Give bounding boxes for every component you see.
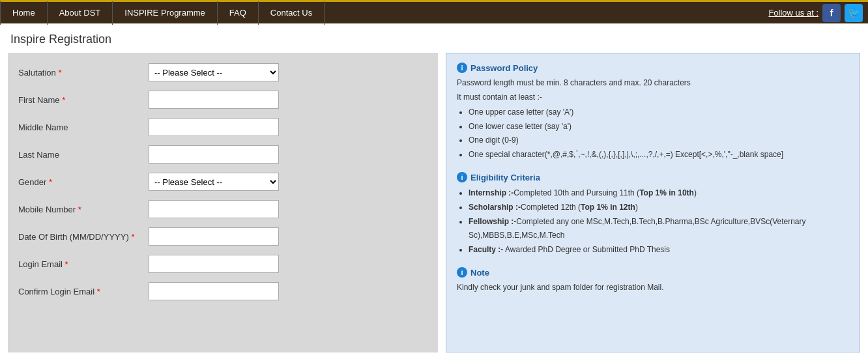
facebook-button[interactable]: f: [822, 4, 841, 22]
dob-input[interactable]: [149, 227, 279, 246]
middle-name-input[interactable]: [149, 118, 279, 136]
dob-label: Date Of Birth (MM/DD/YYYY) *: [18, 232, 149, 242]
list-item: One upper case letter (say 'A'): [469, 106, 849, 120]
login-email-input[interactable]: [149, 255, 279, 273]
eligibility-title: i Eligibility Criteria: [457, 172, 849, 182]
confirm-login-email-row: Confirm Login Email *: [18, 282, 427, 300]
first-name-row: First Name *: [18, 91, 427, 109]
list-item: One lower case letter (say 'a'): [469, 120, 849, 134]
eligibility-icon: i: [457, 172, 467, 182]
social-bar: Follow us at : f 🐦: [768, 4, 868, 22]
salutation-label: Salutation *: [18, 68, 149, 78]
gender-label: Gender *: [18, 177, 149, 187]
last-name-input[interactable]: [149, 145, 279, 164]
nav-about-dst[interactable]: About DST: [48, 1, 113, 25]
salutation-required: *: [58, 68, 61, 78]
confirm-login-email-input[interactable]: [149, 282, 279, 300]
nav-inspire-programme[interactable]: INSPIRE Programme: [113, 1, 218, 25]
password-policy-title: i Password Policy: [457, 63, 849, 73]
password-policy-section: i Password Policy Password length must b…: [457, 63, 849, 162]
list-item: Scholarship :-Completed 12th (Top 1% in …: [469, 201, 849, 215]
dob-row: Date Of Birth (MM/DD/YYYY) *: [18, 227, 427, 246]
middle-name-row: Middle Name: [18, 118, 427, 136]
password-policy-icon: i: [457, 63, 467, 73]
first-name-required: *: [62, 95, 65, 105]
note-content: Kindly check your junk and spam folder f…: [457, 281, 849, 293]
last-name-row: Last Name: [18, 145, 427, 164]
password-policy-list: One upper case letter (say 'A') One lowe…: [469, 106, 849, 162]
mobile-number-label: Mobile Number *: [18, 205, 149, 214]
eligibility-list: Internship :-Completed 10th and Pursuing…: [469, 186, 849, 257]
gender-select[interactable]: -- Please Select -- Male Female Other: [149, 173, 279, 191]
list-item: Fellowship :-Completed any one MSc,M.Tec…: [469, 215, 849, 243]
dob-required: *: [131, 232, 134, 242]
note-title: i Note: [457, 267, 849, 278]
list-item: One digit (0-9): [469, 134, 849, 148]
list-item: One special character(*,@,#,$,`,~,!,&,(,…: [469, 148, 849, 162]
login-email-required: *: [65, 259, 68, 269]
password-policy-line2: It must contain at least :-: [457, 91, 849, 103]
twitter-button[interactable]: 🐦: [845, 4, 863, 22]
last-name-label: Last Name: [18, 150, 149, 160]
registration-form: Salutation * -- Please Select -- Mr. Ms.…: [8, 53, 438, 352]
navbar: Home About DST INSPIRE Programme FAQ Con…: [0, 0, 868, 23]
note-icon: i: [457, 267, 467, 278]
nav-links: Home About DST INSPIRE Programme FAQ Con…: [0, 1, 768, 25]
page-title: Inspire Registration: [0, 23, 868, 53]
gender-row: Gender * -- Please Select -- Male Female…: [18, 173, 427, 191]
mobile-number-input[interactable]: [149, 200, 279, 218]
follow-us-label: Follow us at :: [768, 8, 818, 18]
first-name-label: First Name *: [18, 95, 149, 105]
salutation-row: Salutation * -- Please Select -- Mr. Ms.…: [18, 63, 427, 81]
nav-home[interactable]: Home: [0, 1, 48, 25]
password-policy-line1: Password length must be min. 8 character…: [457, 77, 849, 89]
list-item: Internship :-Completed 10th and Pursuing…: [469, 186, 849, 201]
mobile-required: *: [78, 205, 81, 214]
note-section: i Note Kindly check your junk and spam f…: [457, 267, 849, 293]
eligibility-section: i Eligibility Criteria Internship :-Comp…: [457, 172, 849, 257]
mobile-number-row: Mobile Number *: [18, 200, 427, 218]
first-name-input[interactable]: [149, 91, 279, 109]
confirm-email-required: *: [97, 287, 100, 296]
list-item: Faculty :- Awarded PhD Degree or Submitt…: [469, 243, 849, 257]
salutation-select[interactable]: -- Please Select -- Mr. Ms. Mrs. Dr.: [149, 63, 279, 81]
gender-required: *: [49, 177, 52, 187]
nav-faq[interactable]: FAQ: [218, 1, 259, 25]
confirm-login-email-label: Confirm Login Email *: [18, 287, 149, 296]
main-content: Salutation * -- Please Select -- Mr. Ms.…: [0, 53, 868, 359]
login-email-row: Login Email *: [18, 255, 427, 273]
login-email-label: Login Email *: [18, 259, 149, 269]
nav-contact-us[interactable]: Contact Us: [259, 1, 325, 25]
info-panel: i Password Policy Password length must b…: [446, 53, 860, 352]
middle-name-label: Middle Name: [18, 122, 149, 132]
